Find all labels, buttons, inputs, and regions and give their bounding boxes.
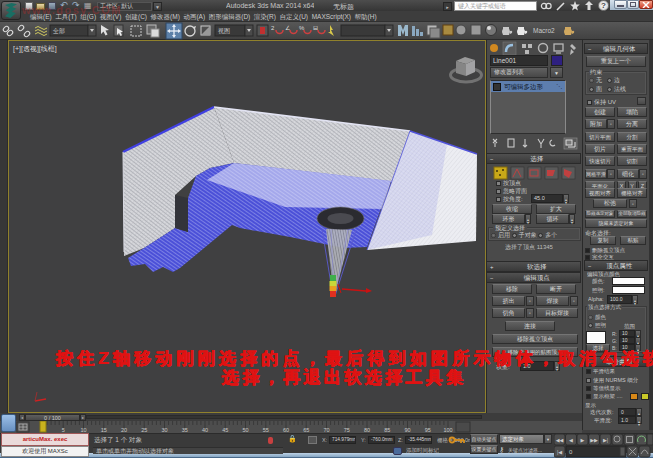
svg-text:Macro2: Macro2 (533, 27, 555, 34)
svg-text:▶▶: ▶▶ (590, 437, 598, 443)
svg-text:全部: 全部 (52, 27, 65, 35)
svg-text:2: 2 (271, 25, 275, 31)
svg-text:◀◀: ◀◀ (556, 437, 564, 443)
svg-text:▶|: ▶| (603, 437, 608, 443)
svg-text:[+][透视][线框]: [+][透视][线框] (13, 45, 57, 53)
svg-text:视图: 视图 (218, 27, 230, 35)
svg-text:|◀: |◀ (557, 449, 562, 455)
svg-text:◀: ◀ (569, 437, 573, 443)
svg-text:▶: ▶ (581, 437, 585, 443)
